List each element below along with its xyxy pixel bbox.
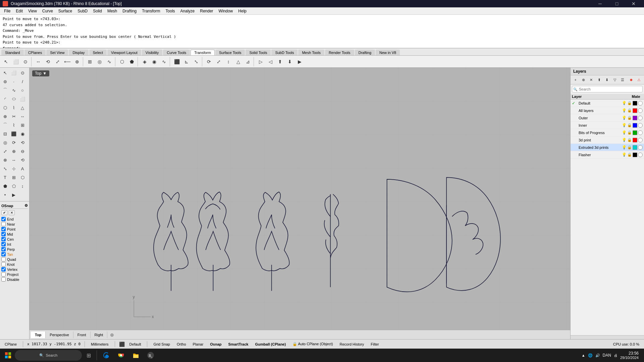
toolbar-tab-solid-tools[interactable]: Solid Tools [246, 50, 271, 55]
osnap-end-checkbox[interactable] [1, 217, 6, 221]
layer-row-flasher[interactable]: Flasher 💡 🔒 [571, 151, 644, 159]
toolbar-tab-standard[interactable]: Standard [1, 50, 24, 55]
layers-ball-icon[interactable]: ● [628, 76, 635, 83]
move-btn2[interactable]: ↔ [9, 156, 18, 164]
stretch-btn[interactable]: ↕ [224, 57, 233, 66]
menu-item-analyze[interactable]: Analyze [178, 8, 198, 14]
osnap-toggle-btn[interactable]: ⊙ [21, 57, 30, 66]
array-btn[interactable]: ⊞ [85, 57, 95, 66]
layers-settings-btn[interactable]: ☰ [619, 76, 626, 83]
layer-row-bits[interactable]: Bits of Progress 💡 🔒 [571, 129, 644, 136]
toolbar-tab-display[interactable]: Display [69, 50, 88, 55]
menu-item-drafting[interactable]: Drafting [120, 8, 139, 14]
more2-btn[interactable]: ▶ [9, 190, 18, 199]
taskbar-volume-icon[interactable]: 🔊 [595, 353, 600, 358]
vp-tab-add-btn[interactable]: ⊕ [107, 331, 117, 339]
toolbar-tab-subd-tools[interactable]: SubD Tools [271, 50, 298, 55]
layer-extruded-circle[interactable] [638, 145, 643, 150]
osnap-vertex-label[interactable]: Vertex [7, 267, 17, 272]
viewport-label[interactable]: Top ▼ [32, 70, 49, 76]
menu-item-edit[interactable]: Edit [13, 8, 25, 14]
orient-btn[interactable]: ◈ [140, 57, 149, 66]
line-btn[interactable]: / [18, 77, 27, 86]
layers-delete-btn[interactable]: ✕ [588, 76, 595, 83]
orient-on-crv-btn[interactable]: ◉ [150, 57, 159, 66]
text-btn[interactable]: T [1, 173, 9, 182]
layer-row-3dprint[interactable]: 3d print 💡 🔒 [571, 136, 644, 144]
toolbar-tab-curve-tools[interactable]: Curve Tools [163, 50, 190, 55]
status-gumball[interactable]: Gumball (CPlane) [253, 342, 288, 347]
taskbar-network-icon[interactable]: 🌐 [588, 353, 593, 358]
twist-btn[interactable]: ⟳ [204, 57, 214, 66]
dim-btn[interactable]: ↕ [18, 182, 27, 190]
join-btn[interactable]: ⊞ [18, 121, 27, 129]
annotation-btn[interactable]: A [18, 164, 27, 173]
osnap-int-checkbox[interactable] [1, 242, 6, 246]
toolbar-tab-cplanes[interactable]: CPlanes [24, 50, 46, 55]
rotate-btn[interactable]: ⟲ [43, 57, 53, 66]
menu-item-mesh[interactable]: Mesh [105, 8, 120, 14]
layer-extruded-lock-icon[interactable]: 🔒 [627, 145, 632, 149]
layer-row-outer[interactable]: Outer 💡 🔒 [571, 114, 644, 122]
status-units[interactable]: Millimeters [89, 342, 111, 347]
dot-btn[interactable]: • [1, 190, 9, 199]
osnap-disable-checkbox[interactable] [1, 277, 6, 282]
layer-inner-lock-icon[interactable]: 🔒 [627, 123, 632, 127]
layers-down-btn[interactable]: ⬇ [603, 76, 610, 83]
select-tool-btn[interactable]: ↖ [1, 57, 11, 66]
toolbar-tab-render-tools[interactable]: Render Tools [325, 50, 354, 55]
osnap-perp-checkbox[interactable] [1, 247, 6, 251]
vp-tab-front[interactable]: Front [73, 331, 91, 338]
edge-taskbar-btn[interactable] [100, 350, 113, 361]
status-smarttrack[interactable]: SmartTrack [226, 342, 251, 347]
layers-new-btn[interactable]: + [572, 76, 579, 83]
menu-item-curve[interactable]: Curve [40, 8, 56, 14]
toolbar-tab-new-in-v8[interactable]: New in V8 [376, 50, 400, 55]
toolbar-tab-viewport-layout[interactable]: Viewport Layout [107, 50, 141, 55]
group-btn[interactable]: ⬡ [117, 57, 127, 66]
distribute-btn[interactable]: ⊾ [182, 57, 191, 66]
status-cplane[interactable]: CPlane [3, 342, 19, 347]
layer-flasher-circle[interactable] [638, 153, 643, 157]
osnap-perp-label[interactable]: Perp [7, 247, 15, 251]
layer-alllayers-circle[interactable] [638, 108, 643, 113]
osnap-knot-checkbox[interactable] [1, 262, 6, 266]
select-objects-btn[interactable]: ↖ [1, 68, 9, 77]
search-taskbar-btn[interactable]: 🔍 Search [15, 350, 82, 361]
toolbar-tab-set-view[interactable]: Set View [46, 50, 68, 55]
layer-row-extruded[interactable]: Extruded 3d prints 💡 🔒 [571, 144, 644, 151]
toolbar-tab-visibility[interactable]: Visibility [142, 50, 163, 55]
layer-outer-color[interactable] [633, 116, 637, 120]
layer-3dprint-color[interactable] [633, 138, 637, 142]
taskbar-print-icon[interactable]: 🖨 [614, 353, 618, 357]
osnap-int-label[interactable]: Int [7, 242, 11, 246]
taskbar-chevron-icon[interactable]: ▲ [582, 353, 585, 357]
layer-default-visible-icon[interactable]: 💡 [622, 101, 627, 105]
layer-bits-visible-icon[interactable]: 💡 [622, 130, 627, 135]
layer-inner-visible-icon[interactable]: 💡 [622, 123, 627, 127]
taskbar-clock[interactable]: 23:56 29/10/2024 [620, 351, 639, 360]
mirror-btn[interactable]: ⟵ [63, 57, 72, 66]
status-planar[interactable]: Planar [191, 342, 206, 347]
osnap-cen-label[interactable]: Cen [7, 237, 14, 241]
osnap-quad-checkbox[interactable] [1, 257, 6, 261]
project-btn[interactable]: ▷ [256, 57, 265, 66]
extrude-btn[interactable]: ◉ [18, 129, 27, 138]
menu-item-render[interactable]: Render [197, 8, 216, 14]
toolbar-tab-select[interactable]: Select [89, 50, 107, 55]
status-ortho[interactable]: Ortho [175, 342, 188, 347]
layer-3dprint-circle[interactable] [638, 138, 643, 142]
boolean-diff-btn[interactable]: ⊖ [18, 147, 27, 156]
ellipse-btn[interactable]: ⬭ [9, 95, 18, 103]
revolve-btn[interactable]: ⟳ [9, 138, 18, 147]
osnap-mid-label[interactable]: Mid [7, 232, 13, 236]
block-btn[interactable]: ⬟ [1, 182, 9, 190]
osnap-knot-label[interactable]: Knot [7, 262, 15, 266]
menu-item-window[interactable]: Window [216, 8, 236, 14]
rotate-btn2[interactable]: ⟲ [18, 156, 27, 164]
menu-item-subd[interactable]: SubD [75, 8, 90, 14]
chrome-taskbar-btn[interactable] [114, 350, 128, 361]
osnap-quad-label[interactable]: Quad [7, 257, 16, 261]
status-filter[interactable]: Filter [369, 342, 381, 347]
scale-btn2[interactable]: ⤡ [1, 164, 9, 173]
